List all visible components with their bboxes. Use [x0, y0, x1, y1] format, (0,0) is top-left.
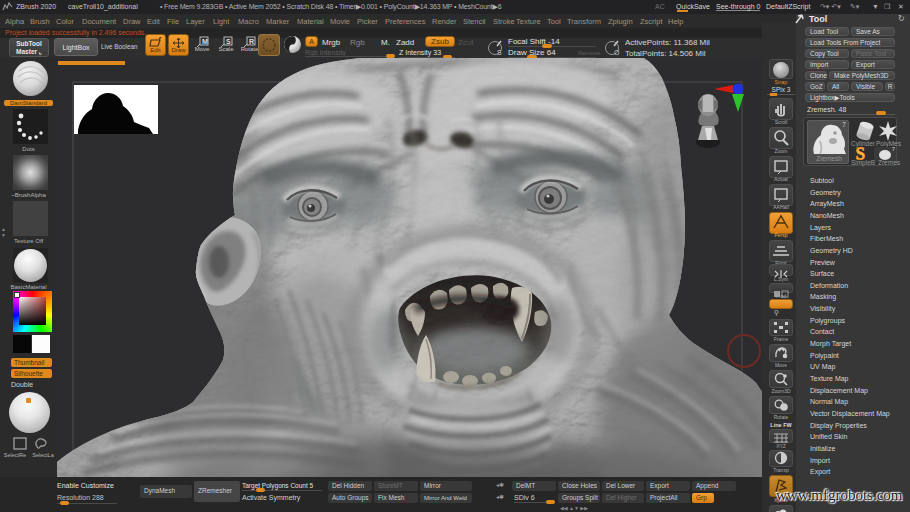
svg-text:M: M [202, 38, 208, 45]
svg-text:S: S [226, 38, 231, 45]
svg-text:R: R [249, 38, 254, 45]
svg-text:O: O [614, 49, 620, 56]
svg-text:S: S [497, 49, 502, 56]
